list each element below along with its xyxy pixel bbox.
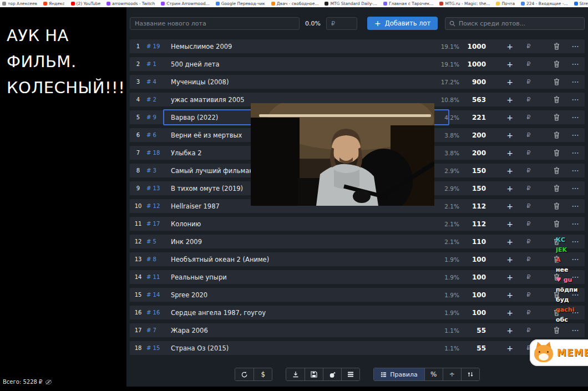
- lot-name[interactable]: Жара 2006: [171, 327, 208, 334]
- bookmark-item[interactable]: Почта: [496, 1, 515, 6]
- lot-amount[interactable]: 150: [460, 167, 486, 175]
- lot-name[interactable]: Верни её из мертвых: [171, 131, 242, 139]
- currency-button[interactable]: ₽: [519, 291, 538, 298]
- currency-button[interactable]: ₽: [519, 256, 538, 263]
- currency-button[interactable]: ₽: [519, 273, 538, 281]
- currency-button[interactable]: ₽: [519, 131, 538, 139]
- lot-amount[interactable]: 100: [460, 273, 486, 281]
- lot-amount[interactable]: 100: [460, 291, 486, 299]
- lot-amount[interactable]: 112: [460, 220, 486, 228]
- visibility-off-icon[interactable]: [45, 379, 52, 385]
- add-amount-button[interactable]: +: [500, 184, 519, 193]
- currency-button[interactable]: ₽: [519, 96, 538, 103]
- delete-lot-button[interactable]: [547, 60, 566, 68]
- lot-name[interactable]: Колонию: [171, 220, 201, 228]
- delete-lot-button[interactable]: [547, 185, 566, 192]
- currency-button[interactable]: ₽: [519, 78, 538, 85]
- lot-row[interactable]: 1 # 19 Немыслимое 2009 19.1% 1000 + ₽ ⋯: [130, 39, 585, 53]
- add-amount-button[interactable]: +: [500, 149, 519, 158]
- lot-menu-button[interactable]: ⋯: [566, 113, 585, 121]
- add-amount-button[interactable]: +: [500, 78, 519, 87]
- percent-mode-button[interactable]: %: [424, 368, 443, 380]
- bookmark-item[interactable]: Google Перевод-чик: [216, 1, 265, 6]
- lot-name[interactable]: Spree 2020: [171, 291, 207, 299]
- delete-lot-button[interactable]: [547, 202, 566, 210]
- bookmark-item[interactable]: arrowmoods - Twitch: [107, 1, 155, 6]
- lot-menu-button[interactable]: ⋯: [566, 60, 585, 68]
- bookmark-item[interactable]: тор Алексеев: [2, 1, 37, 6]
- currency-mode-button[interactable]: $: [254, 368, 272, 380]
- add-amount-button[interactable]: +: [500, 255, 519, 264]
- lot-menu-button[interactable]: ⋯: [566, 78, 585, 86]
- delete-lot-button[interactable]: [547, 78, 566, 85]
- lot-amount[interactable]: 110: [460, 238, 486, 246]
- currency-button[interactable]: ₽: [519, 327, 538, 334]
- lot-name[interactable]: Варвар (2022): [171, 114, 218, 121]
- delete-lot-button[interactable]: [547, 114, 566, 121]
- add-amount-button[interactable]: +: [500, 220, 519, 228]
- lot-row[interactable]: 2 # 1 500 дней лета 19.1% 1000 + ₽ ⋯: [130, 57, 585, 71]
- lot-menu-button[interactable]: ⋯: [566, 326, 585, 334]
- delete-lot-button[interactable]: [547, 43, 566, 50]
- lot-name[interactable]: Немыслимое 2009: [171, 43, 232, 50]
- lot-row[interactable]: 14 # 11 Реальные упыри 1.9% 100 + ₽ ⋯: [130, 270, 585, 284]
- delete-lot-button[interactable]: [547, 167, 566, 174]
- divide-mode-button[interactable]: ÷: [443, 368, 461, 380]
- lot-menu-button[interactable]: ⋯: [566, 131, 585, 139]
- delete-lot-button[interactable]: [547, 149, 566, 156]
- lot-menu-button[interactable]: ⋯: [566, 202, 585, 210]
- add-amount-button[interactable]: +: [500, 60, 519, 69]
- add-amount-button[interactable]: +: [500, 166, 519, 175]
- lot-name[interactable]: 500 дней лета: [171, 60, 219, 68]
- lot-amount[interactable]: 900: [460, 78, 486, 86]
- lot-row[interactable]: 16 # 16 Сердце ангела 1987, гоугоу 1.9% …: [130, 306, 585, 319]
- lot-row[interactable]: 17 # 7 Жара 2006 1.1% 55 + ₽ ⋯: [130, 323, 585, 337]
- history-list-button[interactable]: [341, 368, 359, 380]
- lot-menu-button[interactable]: ⋯: [566, 184, 585, 192]
- lot-name[interactable]: Сердце ангела 1987, гоугоу: [171, 309, 266, 317]
- bookmark-item[interactable]: MTG Standard Daily-...: [325, 1, 377, 6]
- save-button[interactable]: [305, 368, 323, 380]
- lot-name[interactable]: ужас амативиля 2005: [171, 96, 245, 104]
- add-amount-button[interactable]: +: [500, 326, 519, 335]
- add-amount-button[interactable]: +: [500, 273, 519, 282]
- clear-all-button[interactable]: [323, 368, 341, 380]
- bookmark-item[interactable]: (2) YouTube: [71, 1, 101, 6]
- bookmark-item[interactable]: Двач - свободное...: [271, 1, 319, 6]
- currency-button[interactable]: ₽: [519, 220, 538, 227]
- lot-name[interactable]: Необъятный океан 2 (Аниме): [171, 256, 269, 263]
- currency-button[interactable]: ₽: [519, 238, 538, 245]
- add-amount-button[interactable]: +: [500, 237, 519, 246]
- bookmark-item[interactable]: Яндекс: [43, 1, 65, 6]
- add-amount-button[interactable]: +: [500, 42, 519, 51]
- add-amount-button[interactable]: +: [500, 131, 519, 140]
- lot-amount[interactable]: 150: [460, 185, 486, 192]
- add-lot-button[interactable]: + Добавить лот: [367, 17, 438, 30]
- lot-amount[interactable]: 221: [460, 114, 486, 121]
- add-amount-button[interactable]: +: [500, 202, 519, 211]
- add-amount-button[interactable]: +: [500, 95, 519, 104]
- lot-menu-button[interactable]: ⋯: [566, 220, 585, 228]
- lot-row[interactable]: 11 # 17 Колонию 2.1% 112 + ₽ ⋯: [130, 217, 585, 231]
- lot-menu-button[interactable]: ⋯: [566, 95, 585, 104]
- add-amount-button[interactable]: +: [500, 291, 519, 299]
- bookmark-item[interactable]: Стрим Arrowmood...: [161, 1, 209, 6]
- lot-amount[interactable]: 100: [460, 256, 486, 263]
- lot-name[interactable]: Страна Оз (2015): [171, 344, 229, 352]
- lot-menu-button[interactable]: ⋯: [566, 149, 585, 157]
- delete-lot-button[interactable]: [547, 220, 566, 227]
- bookmark-item[interactable]: MTG.ru - Magic: the...: [439, 1, 490, 6]
- lot-amount[interactable]: 563: [460, 96, 486, 104]
- bookmark-item[interactable]: 224 - Входящие -...: [521, 1, 567, 6]
- currency-button[interactable]: ₽: [519, 60, 538, 68]
- currency-button[interactable]: ₽: [519, 167, 538, 174]
- lot-amount[interactable]: 200: [460, 149, 486, 157]
- new-lot-amount-input[interactable]: [326, 17, 357, 30]
- delete-lot-button[interactable]: [547, 327, 566, 334]
- lot-amount[interactable]: 100: [460, 309, 486, 317]
- add-amount-button[interactable]: +: [500, 113, 519, 122]
- new-lot-name-input[interactable]: [130, 17, 300, 30]
- spin-wheel-button[interactable]: [235, 368, 254, 380]
- lot-amount[interactable]: 1000: [460, 60, 486, 68]
- add-amount-button[interactable]: +: [500, 308, 519, 317]
